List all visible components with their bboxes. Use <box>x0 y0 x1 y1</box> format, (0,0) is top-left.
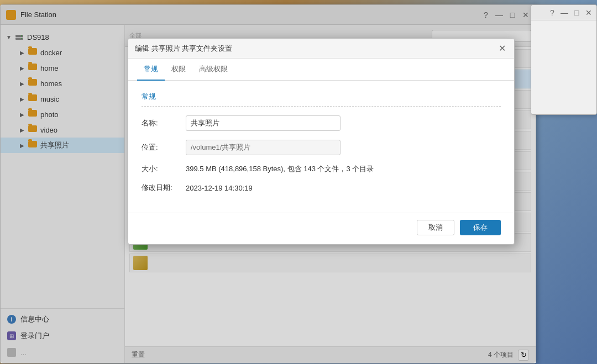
file-station-window: File Station ? — □ ✕ ▼ <box>0 4 536 363</box>
name-label: 名称: <box>142 118 186 128</box>
field-name-row: 名称: <box>142 115 501 131</box>
second-window-titlebar: ? — □ ✕ <box>531 5 596 20</box>
dialog-tabs: 常规 权限 高级权限 <box>128 59 514 81</box>
modified-label: 修改日期: <box>142 183 186 193</box>
save-button[interactable]: 保存 <box>460 220 501 235</box>
dialog-footer: 取消 保存 <box>128 213 514 244</box>
dialog-title: 编辑 共享照片 共享文件夹设置 <box>135 44 496 54</box>
size-value: 399.5 MB (418,896,158 Bytes), 包含 143 个文件… <box>186 164 374 174</box>
dialog-titlebar: 编辑 共享照片 共享文件夹设置 ✕ <box>128 39 514 59</box>
second-window-close[interactable]: ✕ <box>584 8 593 17</box>
section-title-general: 常规 <box>142 92 501 107</box>
name-input[interactable] <box>186 115 341 131</box>
shared-folder-settings-dialog: 编辑 共享照片 共享文件夹设置 ✕ 常规 权限 高级权限 常规 名称: 位置: <box>128 38 515 245</box>
tab-general[interactable]: 常规 <box>137 59 165 81</box>
tab-permissions[interactable]: 权限 <box>165 59 192 81</box>
second-window: ? — □ ✕ <box>531 4 597 115</box>
cancel-button[interactable]: 取消 <box>417 220 454 235</box>
field-size-row: 大小: 399.5 MB (418,896,158 Bytes), 包含 143… <box>142 164 501 174</box>
dialog-body: 常规 名称: 位置: 大小: 399.5 MB (418,896,158 Byt… <box>128 81 514 213</box>
modified-value: 2023-12-19 14:30:19 <box>186 184 253 192</box>
location-label: 位置: <box>142 143 186 152</box>
field-location-row: 位置: <box>142 140 501 155</box>
field-modified-row: 修改日期: 2023-12-19 14:30:19 <box>142 183 501 193</box>
second-window-help[interactable]: ? <box>548 8 557 17</box>
dialog-close-button[interactable]: ✕ <box>496 43 507 54</box>
second-window-maximize[interactable]: □ <box>572 8 581 17</box>
second-window-minimize[interactable]: — <box>560 8 569 17</box>
size-label: 大小: <box>142 164 186 174</box>
tab-advanced[interactable]: 高级权限 <box>192 59 234 81</box>
location-input <box>186 140 341 155</box>
